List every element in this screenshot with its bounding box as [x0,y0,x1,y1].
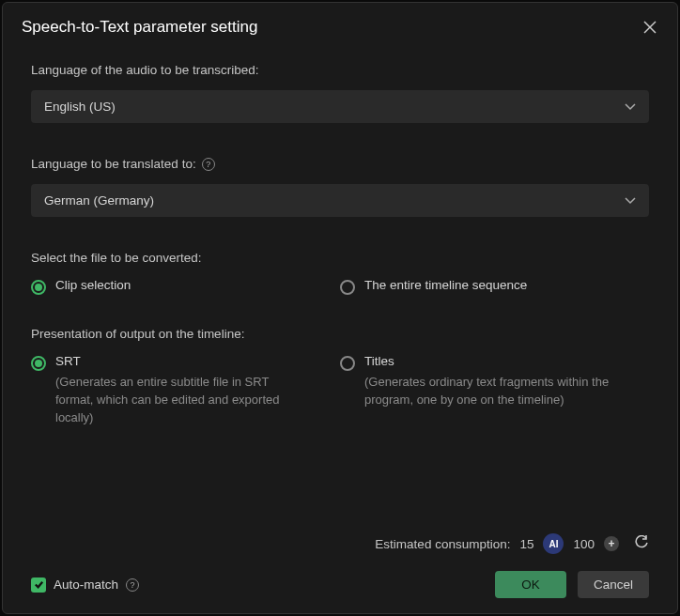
file-select-label: Select the file to be converted: [31,251,649,265]
radio-icon[interactable] [340,280,355,295]
radio-label: Titles [364,354,618,368]
auto-match-label: Auto-match [54,578,118,592]
chevron-down-icon [625,193,636,208]
radio-srt[interactable]: SRT (Generates an entire subtitle file i… [31,354,340,427]
radio-description: (Generates an entire subtitle file in SR… [55,374,309,427]
radio-label: SRT [55,354,309,368]
target-language-value: German (Germany) [44,193,154,208]
cancel-button[interactable]: Cancel [578,571,649,598]
dialog-footer: Estimated consumption: 15 AI 100 + Auto-… [31,533,649,598]
estimated-consumption-value: 15 [519,537,533,551]
bottom-row: Auto-match ? OK Cancel [31,571,649,598]
file-select-radios: Clip selection The entire timeline seque… [31,278,649,295]
radio-icon[interactable] [31,280,46,295]
help-icon[interactable]: ? [202,158,215,171]
dialog-buttons: OK Cancel [495,571,649,598]
close-icon[interactable] [641,19,658,36]
radio-icon[interactable] [31,356,46,371]
radio-label: The entire timeline sequence [364,278,527,292]
target-language-label: Language to be translated to: ? [31,157,649,171]
ai-credits-icon: AI [543,533,564,554]
dialog-title: Speech-to-Text parameter setting [22,18,257,37]
radio-titles[interactable]: Titles (Generates ordinary text fragment… [340,354,649,427]
auto-match-checkbox-row[interactable]: Auto-match ? [31,578,139,593]
checkbox-icon[interactable] [31,578,46,593]
source-language-select[interactable]: English (US) [31,90,649,123]
refresh-icon[interactable] [634,535,649,553]
radio-entire-timeline[interactable]: The entire timeline sequence [340,278,649,295]
target-language-select[interactable]: German (Germany) [31,184,649,217]
chevron-down-icon [625,100,636,114]
radio-label: Clip selection [55,278,131,292]
help-icon[interactable]: ? [126,578,139,592]
source-language-value: English (US) [44,100,116,114]
dialog-body: Language of the audio to be transcribed:… [3,48,677,427]
add-credits-icon[interactable]: + [604,536,619,551]
stt-settings-dialog: Speech-to-Text parameter setting Languag… [2,2,678,614]
credits-value: 100 [573,537,595,551]
presentation-radios: SRT (Generates an entire subtitle file i… [31,354,649,427]
ok-button[interactable]: OK [495,571,566,598]
radio-clip-selection[interactable]: Clip selection [31,278,340,295]
radio-description: (Generates ordinary text fragments withi… [364,374,618,409]
source-language-label: Language of the audio to be transcribed: [31,63,649,77]
presentation-label: Presentation of output on the timeline: [31,327,649,341]
radio-icon[interactable] [340,356,355,371]
dialog-header: Speech-to-Text parameter setting [3,3,677,48]
estimated-consumption-label: Estimated consumption: [375,537,510,551]
estimated-consumption-row: Estimated consumption: 15 AI 100 + [31,533,649,554]
